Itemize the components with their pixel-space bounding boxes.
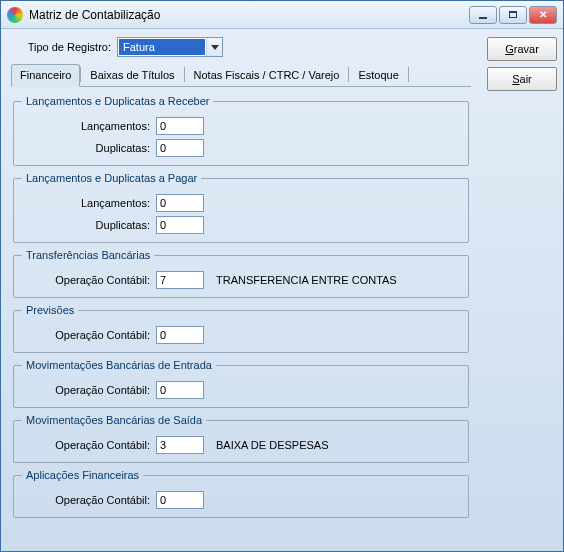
receber-lancamentos-label: Lançamentos: (22, 120, 150, 132)
aplic-op-label: Operação Contábil: (22, 494, 150, 506)
group-aplicacoes-legend: Aplicações Financeiras (22, 469, 143, 481)
chevron-down-icon (206, 38, 222, 56)
receber-duplicatas-label: Duplicatas: (22, 142, 150, 154)
pagar-duplicatas-label: Duplicatas: (22, 219, 150, 231)
transf-op-input[interactable] (156, 271, 204, 289)
tipo-registro-combo[interactable]: Fatura (117, 37, 223, 57)
group-mov-saida-legend: Movimentações Bancárias de Saída (22, 414, 206, 426)
side-panel: Gravar Sair (481, 29, 563, 551)
prev-op-input[interactable] (156, 326, 204, 344)
app-window: Matriz de Contabilização ✕ Tipo de Regis… (0, 0, 564, 552)
app-icon (7, 7, 23, 23)
transf-op-desc: TRANSFERENCIA ENTRE CONTAS (216, 274, 397, 286)
main-panel: Tipo de Registro: Fatura Financeiro Baix… (1, 29, 481, 551)
group-receber-legend: Lançamentos e Duplicatas a Receber (22, 95, 213, 107)
receber-lancamentos-input[interactable] (156, 117, 204, 135)
group-pagar: Lançamentos e Duplicatas a Pagar Lançame… (13, 172, 469, 243)
group-pagar-legend: Lançamentos e Duplicatas a Pagar (22, 172, 201, 184)
aplic-op-input[interactable] (156, 491, 204, 509)
group-receber: Lançamentos e Duplicatas a Receber Lança… (13, 95, 469, 166)
window-buttons: ✕ (469, 6, 557, 24)
receber-duplicatas-input[interactable] (156, 139, 204, 157)
tipo-registro-row: Tipo de Registro: Fatura (11, 37, 471, 57)
tipo-registro-value: Fatura (119, 39, 205, 55)
tab-financeiro[interactable]: Financeiro (11, 64, 80, 87)
group-transferencias-legend: Transferências Bancárias (22, 249, 154, 261)
sair-rest: air (520, 73, 532, 85)
tab-strip: Financeiro Baixas de Títulos Notas Fisca… (11, 63, 471, 87)
pagar-lancamentos-label: Lançamentos: (22, 197, 150, 209)
group-previsoes: Previsões Operação Contábil: (13, 304, 469, 353)
tipo-registro-label: Tipo de Registro: (11, 41, 111, 53)
mov-entrada-op-label: Operação Contábil: (22, 384, 150, 396)
gravar-accel: G (505, 43, 514, 55)
group-previsoes-legend: Previsões (22, 304, 78, 316)
gravar-rest: ravar (514, 43, 539, 55)
mov-saida-op-label: Operação Contábil: (22, 439, 150, 451)
mov-entrada-op-input[interactable] (156, 381, 204, 399)
prev-op-label: Operação Contábil: (22, 329, 150, 341)
pagar-lancamentos-input[interactable] (156, 194, 204, 212)
pagar-duplicatas-input[interactable] (156, 216, 204, 234)
group-transferencias: Transferências Bancárias Operação Contáb… (13, 249, 469, 298)
tab-baixas[interactable]: Baixas de Títulos (81, 64, 183, 87)
group-mov-saida: Movimentações Bancárias de Saída Operaçã… (13, 414, 469, 463)
body-area: Tipo de Registro: Fatura Financeiro Baix… (1, 29, 563, 551)
group-mov-entrada-legend: Movimentações Bancárias de Entrada (22, 359, 216, 371)
tab-estoque[interactable]: Estoque (349, 64, 407, 87)
sair-button[interactable]: Sair (487, 67, 557, 91)
close-button[interactable]: ✕ (529, 6, 557, 24)
mov-saida-op-input[interactable] (156, 436, 204, 454)
gravar-button[interactable]: Gravar (487, 37, 557, 61)
tab-separator (408, 67, 409, 82)
group-mov-entrada: Movimentações Bancárias de Entrada Opera… (13, 359, 469, 408)
tab-notas[interactable]: Notas Fiscais / CTRC / Varejo (185, 64, 349, 87)
tab-content-financeiro: Lançamentos e Duplicatas a Receber Lança… (11, 87, 471, 526)
minimize-button[interactable] (469, 6, 497, 24)
window-title: Matriz de Contabilização (29, 8, 469, 22)
titlebar: Matriz de Contabilização ✕ (1, 1, 563, 29)
mov-saida-op-desc: BAIXA DE DESPESAS (216, 439, 329, 451)
transf-op-label: Operação Contábil: (22, 274, 150, 286)
sair-accel: S (512, 73, 519, 85)
group-aplicacoes: Aplicações Financeiras Operação Contábil… (13, 469, 469, 518)
maximize-button[interactable] (499, 6, 527, 24)
